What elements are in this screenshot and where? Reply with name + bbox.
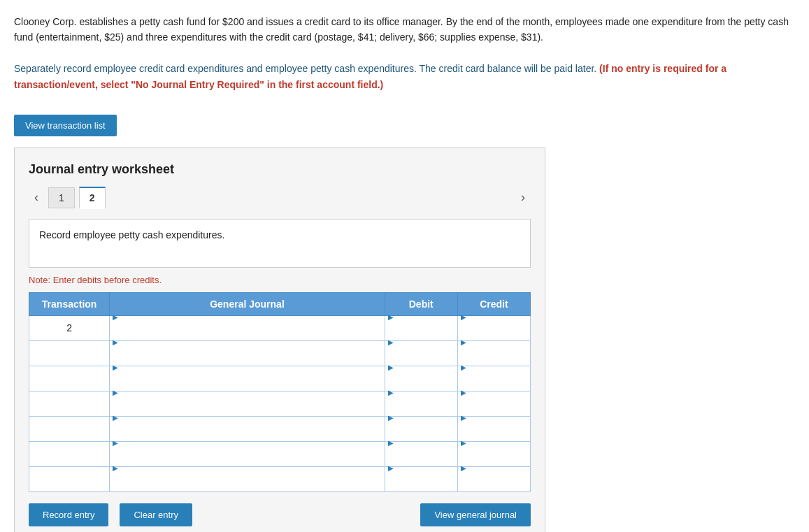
general-journal-input[interactable] [113,422,381,447]
view-transaction-list-button[interactable]: View transaction list [14,115,117,136]
debit-input[interactable] [388,322,454,346]
tab-2[interactable]: 2 [79,187,106,209]
general-journal-input[interactable] [113,372,381,396]
general-journal-cell[interactable]: ▶ [110,315,385,340]
arrow-icon: ▶ [388,464,394,472]
general-journal-input[interactable] [113,473,381,497]
record-entry-button[interactable]: Record entry [29,503,108,526]
arrow-icon: ▶ [461,313,466,321]
arrow-icon: ▶ [388,439,394,447]
general-journal-input[interactable] [113,347,381,371]
debit-input[interactable] [388,397,454,422]
credit-input[interactable] [461,347,527,371]
transaction-cell [29,366,110,391]
arrow-icon: ▶ [461,364,466,371]
arrow-icon: ▶ [461,414,466,422]
table-row: 2▶▶▶ [29,315,531,340]
arrow-icon: ▶ [113,313,118,321]
col-header-general-journal: General Journal [110,292,385,315]
debit-input[interactable] [388,372,454,396]
credit-input[interactable] [461,422,527,447]
intro-section: Clooney Corp. establishes a petty cash f… [14,14,795,92]
debit-input[interactable] [388,347,454,371]
credit-cell[interactable]: ▶ [457,315,530,340]
general-journal-input[interactable] [113,322,381,346]
credit-input[interactable] [461,372,527,396]
transaction-cell [29,441,110,466]
arrow-icon: ▶ [388,313,394,321]
credit-input[interactable] [461,322,527,346]
description-text: Record employee petty cash expenditures. [39,229,224,240]
tab-1[interactable]: 1 [48,187,75,208]
arrow-icon: ▶ [388,338,394,346]
transaction-cell [29,416,110,441]
intro-paragraph1: Clooney Corp. establishes a petty cash f… [14,14,795,45]
credit-input[interactable] [461,447,527,472]
transaction-cell [29,391,110,416]
general-journal-input[interactable] [113,447,381,472]
arrow-icon: ▶ [113,414,118,422]
table-header-row: Transaction General Journal Debit Credit [29,292,531,315]
clear-entry-button[interactable]: Clear entry [120,503,192,526]
arrow-icon: ▶ [113,338,118,346]
journal-entry-worksheet: Journal entry worksheet ‹ 1 2 › Record e… [14,148,545,532]
intro-paragraph2: Separately record employee credit card e… [14,61,795,92]
next-tab-chevron[interactable]: › [515,187,531,208]
debit-input[interactable] [388,422,454,447]
arrow-icon: ▶ [113,364,118,371]
arrow-icon: ▶ [113,464,118,472]
arrow-icon: ▶ [113,389,118,396]
arrow-icon: ▶ [388,389,394,396]
col-header-debit: Debit [385,292,457,315]
credit-input[interactable] [461,473,527,497]
general-journal-input[interactable] [113,397,381,422]
journal-table: Transaction General Journal Debit Credit… [29,292,531,492]
transaction-cell [29,466,110,491]
view-general-journal-button[interactable]: View general journal [420,503,531,526]
debit-input[interactable] [388,447,454,472]
debit-cell[interactable]: ▶ [385,315,457,340]
description-box: Record employee petty cash expenditures. [29,219,531,268]
arrow-icon: ▶ [461,389,466,396]
arrow-icon: ▶ [461,439,466,447]
credit-input[interactable] [461,397,527,422]
arrow-icon: ▶ [461,338,466,346]
col-header-credit: Credit [457,292,530,315]
arrow-icon: ▶ [388,414,394,422]
transaction-cell: 2 [29,315,110,340]
transaction-cell [29,340,110,366]
debit-input[interactable] [388,473,454,497]
tab-navigation: ‹ 1 2 › [29,187,531,209]
worksheet-title: Journal entry worksheet [29,162,531,177]
action-buttons: Record entry Clear entry View general jo… [29,503,531,526]
arrow-icon: ▶ [461,464,466,472]
arrow-icon: ▶ [388,364,394,371]
col-header-transaction: Transaction [29,292,110,315]
prev-tab-chevron[interactable]: ‹ [29,187,44,208]
arrow-icon: ▶ [113,439,118,447]
note-text: Note: Enter debits before credits. [29,275,531,285]
